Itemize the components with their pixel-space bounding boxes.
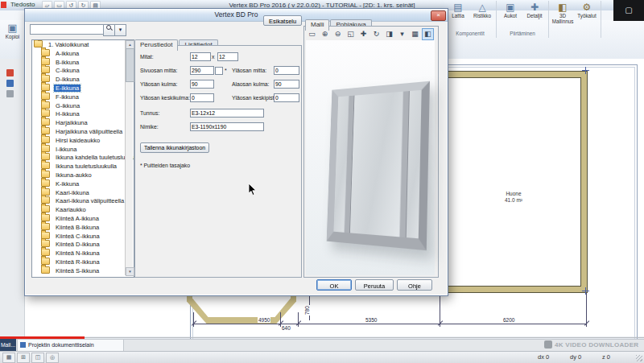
tree-item[interactable]: A-ikkuna xyxy=(32,49,134,58)
ribbon-item-tyokalut[interactable]: ⚙Työkalut xyxy=(575,1,599,29)
folder-icon xyxy=(41,66,50,73)
zoom-extents-icon[interactable]: ◱ xyxy=(345,28,357,40)
width-field[interactable] xyxy=(190,52,211,61)
tree-item[interactable]: Hirsi kaideaukko xyxy=(32,136,134,145)
tree-item-label: C-ikkuna xyxy=(54,67,81,74)
ribbon-item-detaljit[interactable]: ✚Detaljit xyxy=(522,1,547,29)
folder-icon xyxy=(41,127,50,134)
ribbon-item-ristikko[interactable]: △Ristikko xyxy=(470,1,494,29)
wireframe-icon[interactable]: ▦ xyxy=(409,28,421,40)
tree-item[interactable]: Ikkuna kahdella tuuletusluukulla xyxy=(32,153,134,162)
ok-button[interactable]: OK xyxy=(316,279,352,291)
tree-item[interactable]: Kiinteä N-ikkuna xyxy=(32,249,134,258)
search-icon[interactable] xyxy=(103,24,115,36)
clipboard-icon: ▣ xyxy=(2,22,23,34)
close-icon[interactable]: × xyxy=(431,10,446,21)
save-to-library-button[interactable]: Tallenna ikkunakirjastoon xyxy=(140,142,209,153)
bottom-angle-field[interactable] xyxy=(274,80,299,89)
preview-button[interactable]: Esikatselu xyxy=(263,15,302,26)
perustiedot-page: Mitat: x Sivuosan mitta: * Yläosan mitta… xyxy=(134,45,302,278)
tree-item[interactable]: K-ikkuna xyxy=(32,179,134,188)
tab-perustiedot[interactable]: Perustiedot xyxy=(134,39,178,51)
ribbon-item-aukot[interactable]: ▣Aukot xyxy=(498,1,522,29)
tree-item[interactable]: Harjaikkuna xyxy=(32,118,134,127)
tree-root[interactable]: 1. Vakioikkunat xyxy=(32,40,134,49)
tree-item[interactable]: B-ikkuna xyxy=(32,58,134,67)
code-field[interactable] xyxy=(190,109,264,118)
folder-icon xyxy=(41,109,50,117)
tree-item[interactable]: Kiinteä B-ikkuna xyxy=(32,223,134,232)
search-dropdown-icon[interactable]: ▾ xyxy=(114,24,126,36)
tree-item[interactable]: E-ikkuna xyxy=(32,84,134,93)
folder-icon xyxy=(41,75,50,82)
dialog-titlebar[interactable]: Vertex BD Pro xyxy=(25,9,448,22)
folder-icon xyxy=(41,232,50,239)
snap-icon[interactable]: ⊞ xyxy=(17,353,30,363)
tree-item[interactable]: I-ikkuna xyxy=(32,145,134,154)
scrollbar-thumb[interactable] xyxy=(126,48,134,82)
height-field[interactable] xyxy=(217,52,238,61)
grid-icon[interactable]: ▦ xyxy=(2,353,15,363)
tree-scrollbar[interactable]: ▲ ▼ xyxy=(125,40,133,275)
library-search-input[interactable] xyxy=(30,24,105,35)
fullscreen-icon[interactable]: ▢ xyxy=(613,0,644,21)
tree-item[interactable]: Kiinteä R-ikkuna xyxy=(32,258,134,266)
shading-mode-icon[interactable]: ◨ xyxy=(383,28,395,40)
tree-item[interactable]: Ikkuna tuuletusluukulla xyxy=(32,162,134,171)
help-button[interactable]: Ohje xyxy=(397,279,432,291)
rotate-3d-icon[interactable]: ↻ xyxy=(370,28,382,40)
tree-item[interactable]: Kiinteä D-ikkuna xyxy=(32,240,134,249)
tab-malli[interactable]: Malli xyxy=(305,19,329,31)
side-option-box[interactable] xyxy=(215,67,223,75)
zoom-out-icon[interactable]: ⊖ xyxy=(332,28,344,40)
preview-panel: ▭⊕⊖◱✚↻◨▾▦◧ xyxy=(303,26,439,278)
tree-item[interactable]: Kiinteä C-ikkuna xyxy=(32,232,134,241)
tree-item-label: G-ikkuna xyxy=(54,102,81,109)
window-3d-model xyxy=(327,81,430,251)
video-progress-bar[interactable] xyxy=(0,336,85,339)
tree-item-label: Ikkuna kahdella tuuletusluukulla xyxy=(54,154,134,161)
top-angle-field[interactable] xyxy=(190,80,214,89)
tree-item-label: Hirsi kaideaukko xyxy=(54,137,101,144)
osnap-icon[interactable]: ◎ xyxy=(46,353,59,363)
side-dim-field[interactable] xyxy=(190,66,214,75)
dock-icon-red[interactable] xyxy=(6,69,14,76)
tree-item[interactable]: Kaari-ikkuna xyxy=(32,188,134,197)
top-center-angle-field[interactable] xyxy=(190,93,214,102)
scroll-down-icon[interactable]: ▼ xyxy=(126,267,134,276)
tree-item[interactable]: Kaariaukko xyxy=(32,205,134,214)
tree-item[interactable]: C-ikkuna xyxy=(32,66,134,75)
tree-item[interactable]: Harjaikkuna välipuitteella xyxy=(32,127,134,136)
tree-item[interactable]: F-ikkuna xyxy=(32,93,134,101)
cancel-button[interactable]: Peruuta xyxy=(355,279,394,291)
tree-item[interactable]: D-ikkuna xyxy=(32,75,134,84)
dock-icon-blue[interactable] xyxy=(6,80,14,87)
preview-viewport[interactable] xyxy=(306,40,435,275)
dock-icon-grey[interactable] xyxy=(6,90,14,97)
folder-icon xyxy=(41,58,50,65)
ribbon-item-3d-mallinnus[interactable]: ◧3D Mallinnus xyxy=(551,1,575,29)
top-dim-field[interactable] xyxy=(274,66,299,75)
tree-item-label: Kiinteä N-ikkuna xyxy=(54,250,101,257)
ylakulma-label: Yläosan kulma: xyxy=(140,80,177,89)
taskbar-tab-model[interactable]: Mall... xyxy=(0,339,16,351)
ribbon-item-kopioi[interactable]: ▣ Kopioi xyxy=(2,22,23,39)
taskbar-tab-documents[interactable]: Projektin dokumenttiselain xyxy=(17,339,124,352)
pan-icon[interactable]: ✚ xyxy=(357,28,369,40)
tree-item[interactable]: H-ikkuna xyxy=(32,109,134,118)
resize-grip[interactable] xyxy=(636,355,642,361)
ribbon-group: ▣Aukot✚Detaljit Piirtäminen xyxy=(497,1,549,38)
tree-item-label: Kiinteä C-ikkuna xyxy=(54,233,101,240)
video-progress-track[interactable] xyxy=(0,337,644,338)
tree-item[interactable]: Kiinteä A-ikkuna xyxy=(32,214,134,223)
top-center-point-field[interactable] xyxy=(274,93,299,102)
tree-item[interactable]: Ikkuna-aukko xyxy=(32,171,134,179)
tree-item[interactable]: Kaari-ikkuna välipuitteella xyxy=(32,196,134,205)
name-field[interactable] xyxy=(190,122,264,131)
perspective-icon[interactable]: ◧ xyxy=(422,28,434,40)
tree-item[interactable]: G-ikkuna xyxy=(32,101,134,110)
layers-icon[interactable]: ◫ xyxy=(31,353,44,363)
shading-dropdown-icon[interactable]: ▾ xyxy=(396,28,408,40)
tree-item[interactable]: Kiinteä S-ikkuna xyxy=(32,266,134,275)
ribbon-item-lattia[interactable]: ▤Lattia xyxy=(446,1,470,29)
